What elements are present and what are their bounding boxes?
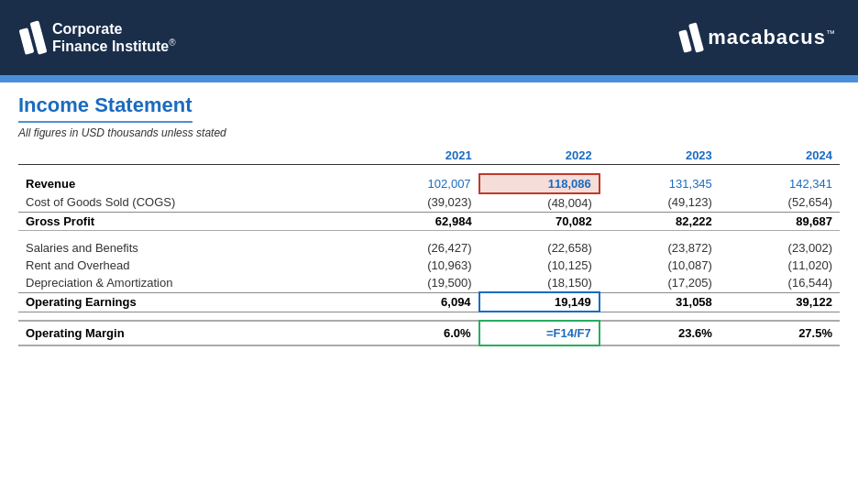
gross-profit-2024: 89,687: [720, 212, 840, 230]
tm-symbol: ™: [826, 28, 836, 38]
da-2021: (19,500): [359, 274, 479, 292]
cogs-2023: (49,123): [600, 193, 720, 213]
spacer-row-2: [18, 312, 840, 321]
macabacus-logo: macabacus™: [681, 23, 836, 52]
subtitle: All figures in USD thousands unless stat…: [18, 126, 840, 139]
rent-2023: (10,087): [600, 257, 720, 274]
op-margin-2024: 27.5%: [720, 321, 840, 345]
spacer-row-1: [18, 230, 840, 239]
col-header-2022: 2022: [479, 147, 600, 165]
cfi-logo-icon: [22, 21, 43, 54]
gross-profit-2023: 82,222: [600, 212, 720, 230]
col-header-2023: 2023: [600, 147, 720, 165]
col-header-2024: 2024: [720, 147, 840, 165]
section-title: Income Statement: [18, 93, 192, 123]
rent-label: Rent and Overhead: [18, 257, 359, 274]
rent-2021: (10,963): [359, 257, 479, 274]
op-earnings-2022: 19,149: [479, 292, 600, 312]
macabacus-text: macabacus™: [708, 26, 836, 49]
table-body: Revenue 102,007 118,086 131,345 142,341 …: [18, 165, 840, 346]
op-earnings-2023: 31,058: [600, 292, 720, 312]
logo-bars: [22, 21, 43, 54]
table-row: Depreciation & Amortization (19,500) (18…: [18, 274, 840, 292]
op-margin-label: Operating Margin: [18, 321, 359, 345]
op-margin-2022: =F14/F7: [479, 321, 600, 345]
op-margin-2021: 6.0%: [359, 321, 479, 345]
table-row: Gross Profit 62,984 70,082 82,222 89,687: [18, 212, 840, 230]
op-earnings-label: Operating Earnings: [18, 292, 359, 312]
brand-line1: Corporate: [52, 20, 176, 38]
table-header: 2021 2022 2023 2024: [18, 147, 840, 165]
cogs-label: Cost of Goods Sold (COGS): [18, 193, 359, 213]
table-row: Operating Earnings 6,094 19,149 31,058 3…: [18, 292, 840, 312]
table-row: Salaries and Benefits (26,427) (22,658) …: [18, 239, 840, 257]
header: Corporate Finance Institute® macabacus™: [0, 0, 858, 75]
brand-line2: Finance Institute®: [52, 38, 176, 56]
macabacus-logo-bars: [681, 23, 700, 52]
income-statement-table: 2021 2022 2023 2024 Revenue 102,007 118,…: [18, 147, 840, 346]
cfi-text: Corporate Finance Institute®: [52, 20, 176, 56]
cogs-2021: (39,023): [359, 193, 479, 213]
op-earnings-2024: 39,122: [720, 292, 840, 312]
table-row: Revenue 102,007 118,086 131,345 142,341: [18, 174, 840, 193]
revenue-2022: 118,086: [479, 174, 600, 193]
cogs-2022: (48,004): [479, 193, 600, 213]
reg-symbol: ®: [169, 38, 175, 48]
table-row: Operating Margin 6.0% =F14/F7 23.6% 27.5…: [18, 321, 840, 345]
salaries-label: Salaries and Benefits: [18, 239, 359, 257]
spacer-row-top: [18, 165, 840, 174]
rent-2024: (11,020): [720, 257, 840, 274]
revenue-2021: 102,007: [359, 174, 479, 193]
col-header-2021: 2021: [359, 147, 479, 165]
main-content: Income Statement All figures in USD thou…: [0, 82, 858, 356]
gross-profit-2021: 62,984: [359, 212, 479, 230]
da-2024: (16,544): [720, 274, 840, 292]
da-label: Depreciation & Amortization: [18, 274, 359, 292]
gross-profit-label: Gross Profit: [18, 212, 359, 230]
col-header-label: [18, 147, 359, 165]
cogs-2024: (52,654): [720, 193, 840, 213]
salaries-2024: (23,002): [720, 239, 840, 257]
op-earnings-2021: 6,094: [359, 292, 479, 312]
salaries-2022: (22,658): [479, 239, 600, 257]
da-2022: (18,150): [479, 274, 600, 292]
table-row: Cost of Goods Sold (COGS) (39,023) (48,0…: [18, 193, 840, 213]
sub-header-bar: [0, 75, 858, 82]
da-2023: (17,205): [600, 274, 720, 292]
salaries-2023: (23,872): [600, 239, 720, 257]
revenue-2024: 142,341: [720, 174, 840, 193]
salaries-2021: (26,427): [359, 239, 479, 257]
table-row: Rent and Overhead (10,963) (10,125) (10,…: [18, 257, 840, 274]
revenue-2023: 131,345: [600, 174, 720, 193]
gross-profit-2022: 70,082: [479, 212, 600, 230]
op-margin-2023: 23.6%: [600, 321, 720, 345]
revenue-label: Revenue: [18, 174, 359, 193]
rent-2022: (10,125): [479, 257, 600, 274]
cfi-logo: Corporate Finance Institute®: [22, 20, 176, 56]
